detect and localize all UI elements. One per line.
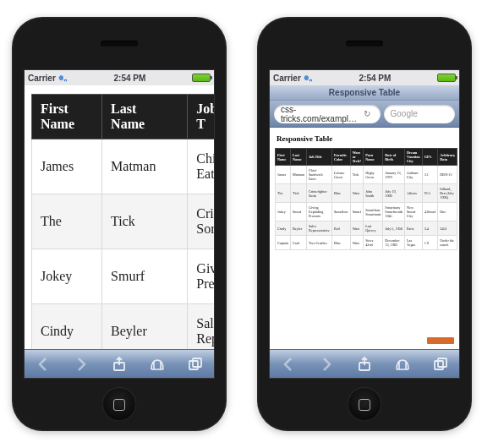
table-cell: Gotham City [405, 166, 423, 184]
table-cell: Giving Exploding Presents [307, 203, 332, 221]
search-field[interactable]: Google [384, 105, 455, 123]
wifi-icon: ◉᎔ [304, 73, 313, 83]
status-bar: Carrier ◉᎔ 2:54 PM [25, 70, 214, 85]
data-table-zoomed: FirstNameLastNameJobT JamesMatmanChief S… [31, 94, 214, 349]
tabs-button[interactable] [186, 355, 205, 374]
table-cell: N/A [422, 184, 438, 203]
table-cell: Smurf [291, 203, 307, 221]
table-cell: Beyler [291, 221, 307, 236]
svg-rect-5 [438, 358, 446, 367]
webpage-content-right[interactable]: Responsive Table First NameLast NameJob … [270, 128, 459, 349]
carrier-label: Carrier [28, 74, 56, 83]
table-cell: Edlund, Ben (July 1996) [438, 184, 457, 203]
wifi-icon: ◉᎔ [58, 73, 68, 83]
screen-left: Carrier ◉᎔ 2:54 PM FirstNameLastNameJobT… [24, 69, 215, 379]
data-table-full: First NameLast NameJob TitleFavorite Col… [275, 148, 457, 250]
iphone-left: Carrier ◉᎔ 2:54 PM FirstNameLastNameJobT… [12, 17, 227, 431]
table-row: TheTickCrimefighter SortaBlueWarsJohn Sm… [276, 184, 457, 203]
table-cell: Crimefighter Sorta [307, 184, 332, 203]
back-button[interactable] [34, 355, 52, 374]
table-header: Date of Birth [383, 149, 405, 166]
table-cell: Wars [350, 221, 364, 236]
table-cell: Las Vegas [405, 236, 423, 250]
table-cell: James [32, 139, 102, 194]
url-field[interactable]: css-tricks.com/exampl… ↻ [274, 105, 381, 123]
table-cell: Wars [350, 184, 364, 203]
table-cell: Lori Quivey [364, 221, 383, 236]
svg-rect-1 [189, 361, 198, 369]
table-cell: GivingPresen [188, 249, 214, 304]
table-header: Last Name [291, 149, 307, 166]
table-header: Dream Vacation City [405, 149, 423, 166]
table-cell: Cool [291, 236, 307, 250]
table-cell: Athens [405, 184, 423, 203]
table-cell: Chief SEater [188, 139, 214, 194]
table-header: LastName [102, 95, 188, 139]
table-cell: Jokey [276, 203, 291, 221]
table-cell: CrimefSorta [188, 194, 214, 249]
browser-toolbar [25, 349, 214, 378]
table-cell: Matman [102, 139, 188, 194]
table-header: Job Title [307, 149, 332, 166]
table-cell: 1.9 [422, 236, 438, 250]
table-cell: Smurflow [331, 203, 350, 221]
reload-icon[interactable]: ↻ [361, 109, 373, 118]
table-cell: Steve 42nd [364, 236, 383, 250]
table-header: Porn Name [364, 149, 383, 166]
forward-button[interactable] [317, 355, 336, 374]
table-cell: Cindy [32, 304, 102, 350]
clock-label: 2:54 PM [359, 74, 392, 83]
browser-toolbar [270, 349, 459, 378]
table-header: FirstName [32, 95, 102, 139]
table-cell: Sales Representative [307, 221, 332, 236]
back-button[interactable] [279, 355, 298, 374]
table-cell: SalesRepres [188, 304, 214, 350]
webpage-content-left[interactable]: FirstNameLastNameJobT JamesMatmanChief S… [25, 85, 214, 349]
table-cell: 3.1 [422, 166, 438, 184]
table-cell: Trek [350, 166, 364, 184]
table-cell: RBX-12 [438, 166, 457, 184]
table-cell: Lettuce Green [331, 166, 350, 184]
forward-button[interactable] [72, 355, 90, 374]
table-cell: 3.4 [422, 221, 438, 236]
table-cell: Red [331, 221, 350, 236]
table-cell: Blue [331, 236, 350, 250]
table-header: Arbitrary Data [438, 149, 457, 166]
svg-rect-4 [435, 361, 443, 369]
table-cell: Tree Crusher [307, 236, 332, 250]
table-cell: Wars [350, 236, 364, 250]
table-cell: Smurf [102, 249, 188, 304]
table-cell: Chief Sandwich Eater [307, 166, 332, 184]
table-row: JokeySmurfGiving Exploding PresentsSmurf… [276, 203, 457, 221]
table-cell: July 5, 1956 [383, 221, 405, 236]
share-button[interactable] [110, 355, 129, 374]
corner-badge [427, 337, 454, 344]
search-placeholder: Google [391, 109, 418, 118]
table-cell: Tick [291, 184, 307, 203]
battery-icon [437, 74, 456, 82]
table-cell: Blue [331, 184, 350, 203]
svg-rect-2 [193, 358, 201, 367]
tabs-button[interactable] [431, 355, 450, 374]
bookmarks-button[interactable] [148, 355, 167, 374]
table-cell: Jokey [32, 249, 102, 304]
table-cell: December 13, 1982 [383, 236, 405, 250]
carrier-label: Carrier [273, 74, 301, 83]
table-cell: Under the couch [438, 236, 457, 250]
table-row: JamesMatmanChief SEater [32, 139, 215, 194]
table-cell: Tick [102, 194, 188, 249]
clock-label: 2:54 PM [114, 74, 146, 83]
table-cell: Digby Green [364, 166, 383, 184]
page-title-bar: Responsive Table [270, 85, 459, 101]
page-heading: Responsive Table [277, 134, 454, 143]
iphone-right: Carrier ◉᎔ 2:54 PM Responsive Table css-… [257, 17, 472, 431]
table-cell: 3451 [438, 221, 457, 236]
table-header: Favorite Color [331, 149, 350, 166]
table-cell: Smurflane Smurfmutt [364, 203, 383, 221]
bookmarks-button[interactable] [393, 355, 412, 374]
table-header: First Name [276, 149, 291, 166]
table-row: TheTickCrimefSorta [32, 194, 215, 249]
share-button[interactable] [355, 355, 374, 374]
table-cell: 4.Smurf [422, 203, 438, 221]
table-cell: One [438, 203, 457, 221]
